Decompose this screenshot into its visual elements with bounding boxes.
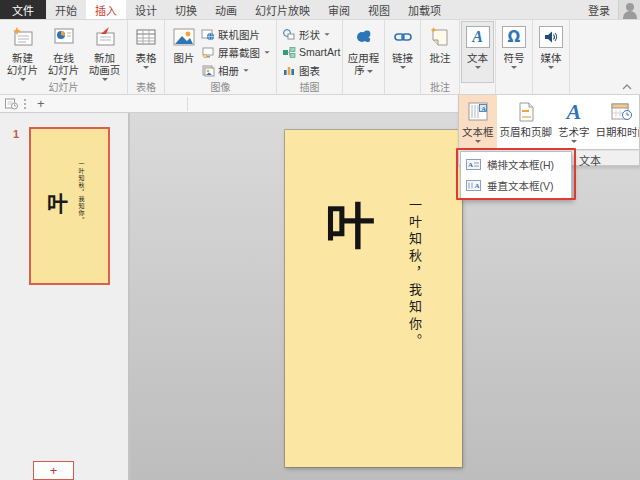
collapse-ribbon-chevron-icon[interactable] xyxy=(622,84,632,90)
symbol-button[interactable]: Ω 符号 xyxy=(498,22,530,82)
ribbon-group-media: 媒体 xyxy=(533,20,570,94)
tab-animations[interactable]: 动画 xyxy=(206,0,246,19)
wordart-button[interactable]: A 艺术字 xyxy=(555,95,593,149)
wordart-label: 艺术字 xyxy=(558,126,590,138)
tab-addins[interactable]: 加载项 xyxy=(399,0,450,19)
illustrations-small-buttons: 形状 SmartArt 图表 xyxy=(282,22,340,79)
picture-label: 图片 xyxy=(174,52,195,64)
vertical-textbox-label: 垂直文本框(V) xyxy=(487,178,554,193)
textbox-caret-icon xyxy=(475,140,481,143)
horizontal-textbox-icon: A xyxy=(466,159,481,170)
new-slide-label-2: 幻灯片 xyxy=(7,64,39,76)
chart-button[interactable]: 图表 xyxy=(282,61,340,79)
screenshot-label: 屏幕截图 xyxy=(218,45,260,60)
ribbon-group-comments: 批注 批注 xyxy=(421,20,460,94)
tab-view[interactable]: 视图 xyxy=(359,0,399,19)
date-time-button[interactable]: 日期和时间 xyxy=(593,95,640,149)
thumbnail-vertical-text: 一叶知秋，我知你。 xyxy=(77,161,86,239)
slide-1-number: 1 xyxy=(13,128,19,140)
online-pictures-label: 联机图片 xyxy=(218,27,260,42)
svg-text:A: A xyxy=(475,182,480,190)
text-label: 文本 xyxy=(467,52,488,64)
ribbon-group-slides: 新建 幻灯片 在线 幻灯片 新加 动画页 幻灯片 xyxy=(0,20,128,94)
thumbnail-title-text: 叶 xyxy=(47,187,68,217)
shapes-icon xyxy=(282,28,296,41)
header-footer-button[interactable]: 页眉和页脚 xyxy=(497,95,556,149)
new-animation-page-button[interactable]: 新加 动画页 xyxy=(84,22,125,82)
tab-transitions[interactable]: 切换 xyxy=(166,0,206,19)
table-button[interactable]: 表格 xyxy=(130,22,162,82)
table-label: 表格 xyxy=(136,52,157,64)
media-caret-icon xyxy=(548,66,554,69)
avatar-head xyxy=(626,3,634,11)
apps-button[interactable]: 应用程 序 xyxy=(345,22,382,82)
new-slide-button[interactable]: 新建 幻灯片 xyxy=(2,22,43,82)
textbox-dropdown-menu: A 横排文本框(H) A 垂直文本框(V) xyxy=(460,151,572,199)
ribbon-empty-space xyxy=(570,20,640,94)
text-button[interactable]: A 文本 xyxy=(462,22,493,82)
symbol-caret-icon xyxy=(511,66,517,69)
shapes-label: 形状 xyxy=(299,27,320,42)
picture-button[interactable]: 图片 xyxy=(167,22,201,82)
apps-label-2: 序 xyxy=(354,64,365,76)
sign-in-button[interactable]: 登录 xyxy=(580,0,618,19)
smartart-button[interactable]: SmartArt xyxy=(282,43,340,61)
comment-icon xyxy=(428,24,452,50)
online-slides-label-1: 在线 xyxy=(53,52,74,64)
link-button[interactable]: 链接 xyxy=(387,22,418,82)
file-menu-button[interactable]: 文件 xyxy=(0,0,46,19)
ribbon-group-table: 表格 表格 xyxy=(128,20,165,94)
shapes-button[interactable]: 形状 xyxy=(282,25,340,43)
comment-label: 批注 xyxy=(430,52,451,64)
text-icon: A xyxy=(466,24,490,50)
smartart-icon xyxy=(282,46,296,59)
apps-caret-icon xyxy=(367,70,373,73)
photo-album-button[interactable]: 相册 xyxy=(201,61,270,79)
online-pictures-button[interactable]: 联机图片 xyxy=(201,25,270,43)
online-slides-button[interactable]: 在线 幻灯片 xyxy=(43,22,84,82)
add-pane-plus-icon[interactable]: + xyxy=(33,97,49,110)
symbol-label: 符号 xyxy=(504,52,525,64)
apps-label-1: 应用程 xyxy=(348,52,380,64)
ribbon-tab-bar: 文件 开始 插入 设计 切换 动画 幻灯片放映 审阅 视图 加载项 登录 xyxy=(0,0,640,20)
slide-pane-icon[interactable] xyxy=(4,97,18,110)
chart-icon xyxy=(282,64,296,77)
text-flyout-buttons: A 文本框 页眉和页脚 A 艺术字 xyxy=(458,95,640,150)
tab-insert[interactable]: 插入 xyxy=(86,0,126,19)
screenshot-icon xyxy=(201,46,215,59)
horizontal-textbox-menu-item[interactable]: A 横排文本框(H) xyxy=(461,154,571,175)
ribbon-group-links: 链接 xyxy=(385,20,421,94)
media-button[interactable]: 媒体 xyxy=(535,22,567,82)
slide-thumbnail-panel: 1 叶 一叶知秋，我知你。 + xyxy=(0,113,129,480)
slide-vertical-text[interactable]: 一叶知秋，我知你。 xyxy=(405,198,424,378)
ribbon-group-images: 图片 联机图片 屏幕截图 相册 图像 xyxy=(165,20,277,94)
online-slides-label-2: 幻灯片 xyxy=(48,64,80,76)
tab-home[interactable]: 开始 xyxy=(46,0,86,19)
textbox-label: 文本框 xyxy=(462,126,494,138)
add-slide-button[interactable]: + xyxy=(33,461,74,480)
tab-review[interactable]: 审阅 xyxy=(319,0,359,19)
smartart-label: SmartArt xyxy=(299,46,340,58)
ribbon-group-apps: 应用程 序 xyxy=(343,20,385,94)
tab-design[interactable]: 设计 xyxy=(126,0,166,19)
date-time-label: 日期和时间 xyxy=(596,126,640,138)
chart-label: 图表 xyxy=(299,63,320,78)
wordart-icon: A xyxy=(566,99,581,125)
tab-slideshow[interactable]: 幻灯片放映 xyxy=(246,0,319,19)
slide-title-text[interactable]: 叶 xyxy=(325,202,375,252)
slide-1-thumbnail[interactable]: 叶 一叶知秋，我知你。 xyxy=(29,127,110,285)
comment-button[interactable]: 批注 xyxy=(423,22,457,82)
slide-editing-area[interactable]: 叶 一叶知秋，我知你。 xyxy=(285,130,462,467)
text-caret-icon xyxy=(475,66,481,69)
table-icon xyxy=(135,24,157,50)
vertical-textbox-menu-item[interactable]: A 垂直文本框(V) xyxy=(461,175,571,196)
screenshot-button[interactable]: 屏幕截图 xyxy=(201,43,270,61)
photo-album-label: 相册 xyxy=(218,63,239,78)
photo-album-caret-icon xyxy=(243,69,248,72)
link-caret-icon xyxy=(400,66,406,69)
symbol-omega-icon: Ω xyxy=(502,24,526,50)
textbox-button[interactable]: A 文本框 xyxy=(459,95,497,149)
account-avatar-icon[interactable] xyxy=(618,0,640,19)
apps-label-2-row: 序 xyxy=(354,64,373,76)
online-slides-icon xyxy=(52,24,76,50)
